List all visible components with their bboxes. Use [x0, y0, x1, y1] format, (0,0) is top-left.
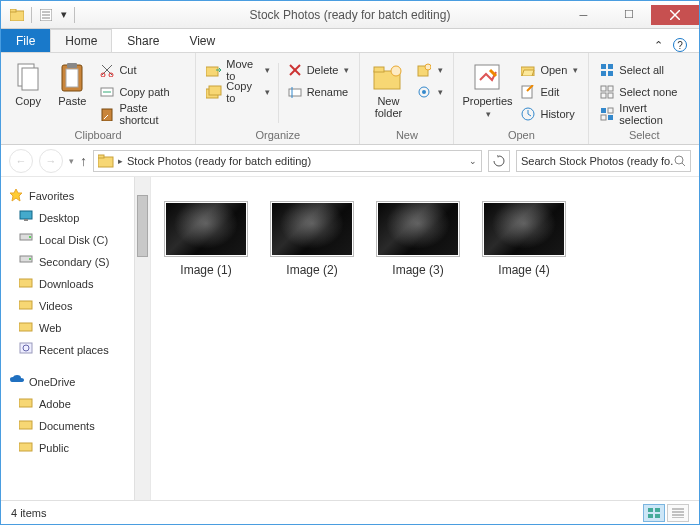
copy-path-icon — [99, 84, 115, 100]
tab-view[interactable]: View — [174, 29, 230, 52]
cut-button[interactable]: Cut — [95, 59, 189, 81]
help-icon[interactable]: ? — [673, 38, 687, 52]
copy-path-button[interactable]: Copy path — [95, 81, 189, 103]
copy-to-button[interactable]: Copy to▾ — [202, 81, 274, 103]
new-item-button[interactable]: ▾ — [412, 59, 447, 81]
star-icon — [9, 188, 25, 204]
edit-button[interactable]: Edit — [516, 81, 582, 103]
nav-onedrive[interactable]: OneDrive — [1, 371, 150, 393]
list-item[interactable]: Image (2) — [267, 201, 357, 277]
group-organize: Move to▾ Copy to▾ Delete▾ Rename Organiz… — [196, 53, 360, 144]
ribbon-tabs: File Home Share View ⌃ ? — [1, 29, 699, 53]
chevron-down-icon[interactable]: ⌄ — [469, 156, 477, 166]
rename-button[interactable]: Rename — [283, 81, 354, 103]
folder-icon — [19, 418, 35, 434]
move-to-icon — [206, 62, 222, 78]
copy-to-icon — [206, 84, 222, 100]
open-button[interactable]: Open▾ — [516, 59, 582, 81]
list-item[interactable]: Image (1) — [161, 201, 251, 277]
chevron-down-icon: ▾ — [344, 65, 349, 75]
close-button[interactable] — [651, 5, 699, 25]
paste-button[interactable]: Paste — [51, 59, 93, 109]
up-button[interactable]: ↑ — [80, 153, 87, 169]
breadcrumb[interactable]: Stock Photos (ready for batch editing) — [127, 155, 311, 167]
folder-icon — [19, 276, 35, 292]
properties-button[interactable]: Properties ▾ — [460, 59, 514, 121]
list-item[interactable]: Image (3) — [373, 201, 463, 277]
group-open: Properties ▾ Open▾ Edit History Open — [454, 53, 589, 144]
tab-home[interactable]: Home — [50, 29, 112, 52]
svg-rect-70 — [648, 514, 653, 518]
forward-button[interactable]: → — [39, 149, 63, 173]
svg-rect-40 — [601, 71, 606, 76]
window-controls: ─ ☐ — [561, 5, 699, 25]
delete-button[interactable]: Delete▾ — [283, 59, 354, 81]
nav-secondary-s[interactable]: Secondary (S) — [1, 251, 150, 273]
svg-rect-12 — [67, 63, 77, 68]
svg-rect-61 — [19, 301, 32, 309]
paste-shortcut-icon — [99, 106, 115, 122]
view-details-button[interactable] — [667, 504, 689, 522]
svg-rect-44 — [601, 93, 606, 98]
svg-point-33 — [422, 90, 426, 94]
nav-documents[interactable]: Documents — [1, 415, 150, 437]
svg-rect-25 — [289, 89, 301, 96]
view-thumbnails-button[interactable] — [643, 504, 665, 522]
select-none-button[interactable]: Select none — [595, 81, 693, 103]
refresh-button[interactable] — [488, 150, 510, 172]
svg-rect-69 — [655, 508, 660, 512]
folder-icon — [19, 440, 35, 456]
select-none-icon — [599, 84, 615, 100]
tab-share[interactable]: Share — [112, 29, 174, 52]
svg-point-59 — [29, 258, 31, 260]
svg-point-52 — [675, 156, 683, 164]
list-item[interactable]: Image (4) — [479, 201, 569, 277]
nav-local-c[interactable]: Local Disk (C) — [1, 229, 150, 251]
move-to-button[interactable]: Move to▾ — [202, 59, 274, 81]
paste-shortcut-button[interactable]: Paste shortcut — [95, 103, 189, 125]
scrollbar[interactable] — [134, 177, 150, 500]
search-input[interactable]: Search Stock Photos (ready fo... — [516, 150, 691, 172]
minimize-button[interactable]: ─ — [561, 5, 606, 25]
invert-selection-button[interactable]: Invert selection — [595, 103, 693, 125]
address-bar[interactable]: ▸ Stock Photos (ready for batch editing)… — [93, 150, 482, 172]
recent-locations-icon[interactable]: ▾ — [69, 156, 74, 166]
chevron-right-icon[interactable]: ▸ — [118, 156, 123, 166]
svg-rect-41 — [608, 71, 613, 76]
easy-access-button[interactable]: ▾ — [412, 81, 447, 103]
svg-line-53 — [682, 163, 685, 166]
navigation-pane: Favorites Desktop Local Disk (C) Seconda… — [1, 177, 151, 500]
svg-rect-28 — [374, 67, 384, 72]
svg-rect-42 — [601, 86, 606, 91]
nav-adobe[interactable]: Adobe — [1, 393, 150, 415]
select-all-icon — [599, 62, 615, 78]
dropdown-icon[interactable]: ▾ — [60, 7, 68, 23]
select-all-button[interactable]: Select all — [595, 59, 693, 81]
chevron-down-icon: ▾ — [265, 65, 270, 75]
history-button[interactable]: History — [516, 103, 582, 125]
nav-videos[interactable]: Videos — [1, 295, 150, 317]
file-list[interactable]: Image (1) Image (2) Image (3) Image (4) — [151, 177, 699, 500]
chevron-down-icon: ▾ — [438, 87, 443, 97]
nav-web[interactable]: Web — [1, 317, 150, 339]
nav-downloads[interactable]: Downloads — [1, 273, 150, 295]
svg-rect-51 — [98, 155, 104, 158]
back-button[interactable]: ← — [9, 149, 33, 173]
svg-rect-67 — [19, 443, 32, 451]
folder-icon — [9, 7, 25, 23]
nav-public[interactable]: Public — [1, 437, 150, 459]
body: Favorites Desktop Local Disk (C) Seconda… — [1, 177, 699, 500]
nav-desktop[interactable]: Desktop — [1, 207, 150, 229]
maximize-button[interactable]: ☐ — [606, 5, 651, 25]
quick-access-toolbar: ▾ — [1, 7, 75, 23]
copy-button[interactable]: Copy — [7, 59, 49, 109]
new-folder-button[interactable]: New folder — [366, 59, 410, 121]
nav-recent[interactable]: Recent places — [1, 339, 150, 361]
collapse-ribbon-icon[interactable]: ⌃ — [654, 39, 663, 52]
group-select: Select all Select none Invert selection … — [589, 53, 699, 144]
svg-rect-68 — [648, 508, 653, 512]
properties-icon[interactable] — [38, 7, 54, 23]
item-count: 4 items — [11, 507, 46, 519]
nav-favorites[interactable]: Favorites — [1, 185, 150, 207]
tab-file[interactable]: File — [1, 29, 50, 52]
